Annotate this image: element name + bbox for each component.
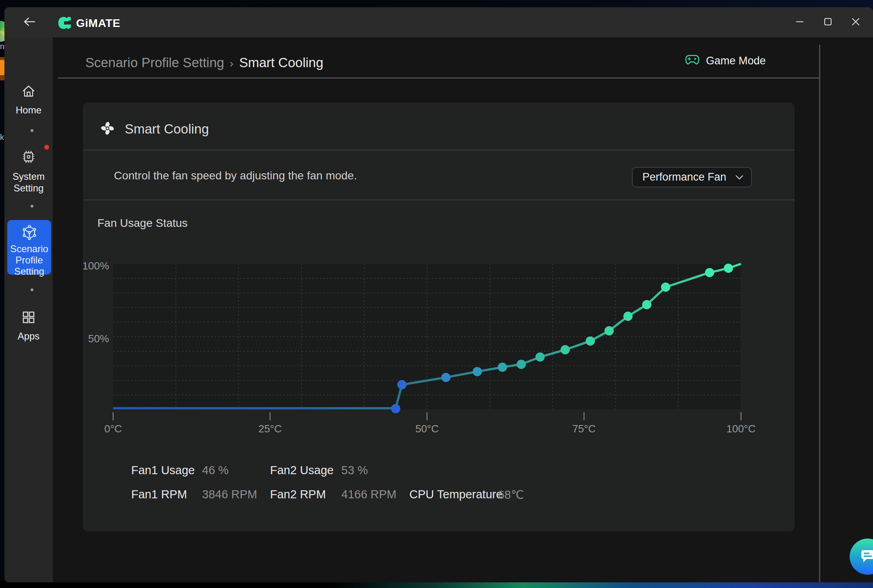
fan-curve-point[interactable] bbox=[661, 282, 670, 292]
fan1-rpm-label: Fan1 RPM bbox=[131, 488, 187, 501]
titlebar: GiMATE bbox=[4, 7, 873, 37]
sidebar-separator-dot bbox=[31, 129, 33, 132]
maximize-button[interactable] bbox=[817, 12, 839, 31]
home-icon bbox=[6, 83, 51, 101]
breadcrumb-parent[interactable]: Scenario Profile Setting bbox=[85, 55, 224, 70]
sidebar-item-system-setting[interactable]: System Setting bbox=[6, 148, 51, 194]
fan-curve-point[interactable] bbox=[517, 360, 526, 369]
minimize-button[interactable] bbox=[788, 12, 811, 31]
breadcrumb-separator-icon: › bbox=[230, 57, 233, 70]
fan-curve-point[interactable] bbox=[561, 345, 570, 354]
apps-grid-icon bbox=[6, 309, 51, 327]
fan-curve-point[interactable] bbox=[705, 268, 714, 277]
fan-curve-point[interactable] bbox=[441, 373, 450, 382]
fan2-rpm-label: Fan2 RPM bbox=[270, 488, 326, 501]
fan-mode-selected-value: Performance Fan bbox=[642, 171, 735, 183]
fan1-rpm-value: 3846 RPM bbox=[202, 488, 257, 501]
game-mode-button[interactable]: Game Mode bbox=[685, 54, 766, 68]
fan1-usage-label: Fan1 Usage bbox=[131, 464, 195, 477]
chat-button[interactable] bbox=[850, 539, 873, 575]
fan-curve-point[interactable] bbox=[642, 300, 652, 309]
fan1-usage-value: 46 % bbox=[202, 464, 229, 477]
card-divider bbox=[83, 150, 795, 150]
fan-curve-point[interactable] bbox=[586, 336, 595, 345]
sidebar-separator-dot bbox=[31, 205, 33, 208]
back-arrow-icon bbox=[23, 17, 35, 28]
sidebar-item-label: Home bbox=[6, 104, 51, 116]
cpu-chip-icon bbox=[6, 148, 51, 167]
gamepad-icon bbox=[685, 54, 700, 68]
gimate-logo-icon bbox=[58, 17, 72, 30]
sidebar: Home System Setting bbox=[4, 37, 53, 582]
sidebar-item-label: Scenario Profile Setting bbox=[7, 243, 51, 277]
cpu-temperature-label: CPU Temperature bbox=[409, 488, 503, 501]
chat-bubble-icon bbox=[859, 547, 873, 566]
breadcrumb: Scenario Profile Setting › Smart Cooling bbox=[85, 55, 323, 70]
card-title: Smart Cooling bbox=[125, 121, 209, 137]
fan-curve-point[interactable] bbox=[724, 263, 733, 273]
sidebar-item-home[interactable]: Home bbox=[6, 83, 51, 116]
fan-curve-point[interactable] bbox=[473, 367, 482, 376]
main-content: Scenario Profile Setting › Smart Cooling… bbox=[53, 37, 873, 582]
fan-curve-point[interactable] bbox=[535, 352, 545, 362]
back-button[interactable] bbox=[21, 14, 38, 31]
sidebar-separator-dot bbox=[31, 288, 33, 291]
sidebar-item-label: System Setting bbox=[6, 171, 51, 194]
fan-curve-point[interactable] bbox=[498, 363, 507, 372]
sidebar-item-scenario-profile-setting[interactable]: Scenario Profile Setting bbox=[7, 220, 51, 275]
fan-curve-point[interactable] bbox=[391, 404, 400, 413]
app-title: GiMATE bbox=[76, 17, 120, 30]
desktop-icon-text: k bbox=[0, 133, 4, 142]
sidebar-item-label: Apps bbox=[6, 330, 51, 342]
fan-mode-dropdown[interactable]: Performance Fan bbox=[632, 167, 752, 187]
chart-title: Fan Usage Status bbox=[97, 217, 188, 230]
fan2-usage-value: 53 % bbox=[341, 464, 368, 477]
fan2-usage-label: Fan2 Usage bbox=[270, 464, 334, 477]
game-mode-label: Game Mode bbox=[706, 55, 766, 67]
chevron-down-icon bbox=[735, 175, 744, 180]
scrollbar[interactable] bbox=[819, 45, 820, 582]
header-divider bbox=[58, 78, 819, 78]
fan-curve-point[interactable] bbox=[397, 380, 407, 389]
close-button[interactable] bbox=[844, 12, 867, 31]
fan-mode-description: Control the fan speed by adjusting the f… bbox=[114, 169, 357, 182]
cube-3d-icon bbox=[7, 225, 51, 242]
card-divider bbox=[83, 199, 795, 200]
fan-curve-point[interactable] bbox=[623, 312, 633, 321]
app-window: GiMATE Home bbox=[4, 7, 873, 582]
fan-curve-point[interactable] bbox=[605, 326, 614, 335]
cpu-temperature-value: 68℃ bbox=[498, 488, 524, 502]
sidebar-item-apps[interactable]: Apps bbox=[6, 309, 51, 342]
fan-icon bbox=[101, 121, 114, 137]
fan2-rpm-value: 4166 RPM bbox=[341, 488, 396, 501]
fan-usage-chart bbox=[113, 264, 741, 409]
page-title: Smart Cooling bbox=[239, 55, 323, 70]
